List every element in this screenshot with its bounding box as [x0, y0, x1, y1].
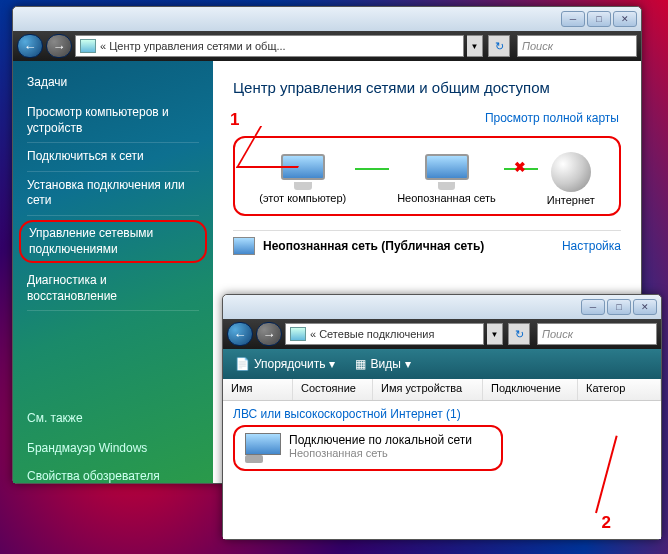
sidebar-link-view-computers[interactable]: Просмотр компьютеров и устройств [27, 99, 199, 143]
breadcrumb-text: « Сетевые подключения [310, 328, 434, 340]
network-icon [233, 237, 255, 255]
address-bar[interactable]: « Сетевые подключения [285, 323, 484, 345]
address-bar[interactable]: « Центр управления сетями и общ... [75, 35, 464, 57]
connection-broken [504, 168, 538, 170]
network-connections-window: ─ □ ✕ ← → « Сетевые подключения ▼ ↻ Поис… [222, 294, 662, 540]
organize-button[interactable]: 📄 Упорядочить ▾ [229, 354, 341, 374]
minimize-button[interactable]: ─ [581, 299, 605, 315]
network-row: Неопознанная сеть (Публичная сеть) Настр… [233, 230, 621, 261]
address-dropdown[interactable]: ▼ [467, 35, 483, 57]
maximize-button[interactable]: □ [587, 11, 611, 27]
page-title: Центр управления сетями и общим доступом [233, 79, 621, 96]
see-also-heading: См. также [27, 411, 199, 425]
connection-line [355, 168, 389, 170]
sidebar-link-manage-connections[interactable]: Управление сетевыми подключениями [19, 220, 207, 263]
column-headers: Имя Состояние Имя устройства Подключение… [223, 379, 661, 401]
back-button[interactable]: ← [17, 34, 43, 58]
control-panel-icon [80, 39, 96, 53]
adapter-icon [245, 433, 281, 463]
node-internet: Интернет [547, 152, 595, 206]
configure-link[interactable]: Настройка [562, 239, 621, 253]
nav-bar: ← → « Центр управления сетями и общ... ▼… [13, 31, 641, 61]
item-text: Подключение по локальной сети Неопознанн… [289, 433, 472, 459]
breadcrumb-text: « Центр управления сетями и общ... [100, 40, 286, 52]
network-name: Неопознанная сеть (Публичная сеть) [263, 239, 484, 253]
group-header[interactable]: ЛВС или высокоскоростной Интернет (1) [233, 407, 651, 421]
titlebar: ─ □ ✕ [13, 7, 641, 31]
nav-bar: ← → « Сетевые подключения ▼ ↻ Поиск [223, 319, 661, 349]
col-state[interactable]: Состояние [293, 379, 373, 400]
network-icon [290, 327, 306, 341]
node-unidentified-network: Неопознанная сеть [397, 154, 496, 204]
refresh-button[interactable]: ↻ [488, 35, 510, 57]
views-button[interactable]: ▦ Виды ▾ [349, 354, 416, 374]
list-item-lan[interactable]: Подключение по локальной сети Неопознанн… [233, 425, 503, 471]
globe-icon [551, 152, 591, 192]
maximize-button[interactable]: □ [607, 299, 631, 315]
list-area: ЛВС или высокоскоростной Интернет (1) По… [223, 401, 661, 539]
back-button[interactable]: ← [227, 322, 253, 346]
close-button[interactable]: ✕ [613, 11, 637, 27]
monitor-icon [425, 154, 469, 190]
close-button[interactable]: ✕ [633, 299, 657, 315]
col-name[interactable]: Имя [223, 379, 293, 400]
item-status: Неопознанная сеть [289, 447, 472, 459]
sidebar-link-connect[interactable]: Подключиться к сети [27, 143, 199, 172]
refresh-button[interactable]: ↻ [508, 323, 530, 345]
sidebar-link-diagnose[interactable]: Диагностика и восстановление [27, 267, 199, 311]
view-full-map-link[interactable]: Просмотр полной карты [485, 111, 619, 125]
minimize-button[interactable]: ─ [561, 11, 585, 27]
annotation-1: 1 [230, 110, 239, 130]
sidebar-see-also: См. также Брандмауэр Windows Свойства об… [27, 411, 199, 490]
sidebar-heading: Задачи [27, 75, 199, 89]
sidebar-link-browser-props[interactable]: Свойства обозревателя [27, 463, 199, 491]
toolbar: 📄 Упорядочить ▾ ▦ Виды ▾ [223, 349, 661, 379]
search-input[interactable]: Поиск [517, 35, 637, 57]
address-dropdown[interactable]: ▼ [487, 323, 503, 345]
sidebar: Задачи Просмотр компьютеров и устройств … [13, 61, 213, 483]
sidebar-link-setup[interactable]: Установка подключения или сети [27, 172, 199, 216]
annotation-2: 2 [602, 513, 611, 533]
forward-button[interactable]: → [256, 322, 282, 346]
item-name: Подключение по локальной сети [289, 433, 472, 447]
forward-button[interactable]: → [46, 34, 72, 58]
col-category[interactable]: Категор [578, 379, 661, 400]
col-connection[interactable]: Подключение [483, 379, 578, 400]
search-input[interactable]: Поиск [537, 323, 657, 345]
titlebar: ─ □ ✕ [223, 295, 661, 319]
sidebar-link-firewall[interactable]: Брандмауэр Windows [27, 435, 199, 463]
col-device[interactable]: Имя устройства [373, 379, 483, 400]
